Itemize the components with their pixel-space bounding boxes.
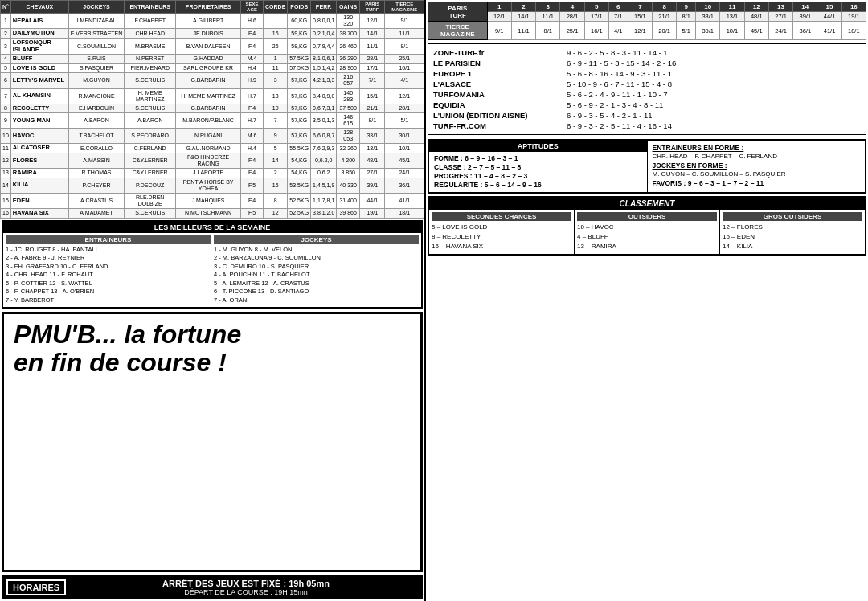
table-cell: 57,KG	[288, 129, 311, 144]
table-cell: 3	[264, 73, 288, 88]
table-cell: 59,KG	[288, 29, 311, 39]
table-cell: 44/1	[360, 193, 385, 208]
secondes-list: 5 – LOVE IS GOLD8 – RECOLETTY16 – HAVANA…	[432, 223, 571, 251]
table-cell: 5	[1, 63, 11, 73]
prono-num-header: 14	[793, 2, 817, 12]
table-cell: 4 200	[337, 153, 360, 169]
table-cell: H.7	[241, 113, 264, 129]
paris-turf-odds: 27/1	[768, 12, 792, 22]
table-cell: H.7	[241, 88, 264, 104]
tierce-odds: 5/1	[677, 22, 696, 40]
table-cell: F.4	[241, 169, 264, 178]
prono-num-header: 1	[487, 2, 511, 12]
table-cell: RENT A HORSE BY YOHEA	[176, 178, 241, 193]
prono-num-header: 12	[744, 2, 768, 12]
table-cell: H. MEME MARTINEZ	[176, 88, 241, 104]
table-cell: H. MEME MARTINEZ	[125, 88, 176, 104]
table-cell: S.CERULIS	[125, 208, 176, 218]
classement-secondes: SECONDES CHANCES 5 – LOVE IS GOLD8 – REC…	[429, 210, 575, 254]
jockeys-forme-label: JOCKEYS EN FORME :	[653, 161, 861, 170]
paris-turf-odds: 17/1	[584, 12, 608, 22]
table-cell: C&Y.LERNER	[125, 169, 176, 178]
table-cell: 13	[264, 88, 288, 104]
media-prono-row: TURFOMANIA5 - 6 - 2 - 4 - 9 - 11 - 1 - 1…	[433, 90, 861, 99]
table-cell: 52,5KG	[288, 208, 311, 218]
table-cell: N.PERRET	[125, 55, 176, 64]
paris-turf-label: PARIS TURF	[428, 2, 488, 22]
table-cell: 36 290	[337, 55, 360, 64]
table-cell: 10	[1, 129, 11, 144]
media-numbers: 5 - 6 - 9 - 2 - 1 - 3 - 4 - 8 - 11	[567, 100, 663, 109]
table-cell: 146 615	[337, 113, 360, 129]
table-cell: 9	[1, 113, 11, 129]
jockey-item: 2 - M. BARZALONA 9 - C. SOUMILLON	[214, 254, 419, 263]
gros-list: 12 – FLORES15 – EDEN14 – KILIA	[723, 223, 862, 251]
table-cell: M.BRASME	[125, 38, 176, 54]
prono-num-header: 6	[608, 2, 628, 12]
table-cell: 1,1.7,8,1	[311, 193, 337, 208]
horaires-info: ARRÊT DES JEUX EST FIXÉ : 19h 05mn DÉPAR…	[74, 579, 418, 596]
table-cell: P.DECOUZ	[125, 178, 176, 193]
paris-turf-odds: 21/1	[653, 12, 677, 22]
table-cell: 3,5.0,1,3	[311, 113, 337, 129]
table-cell: 33/1	[360, 129, 385, 144]
prono-num-header: 4	[560, 2, 584, 12]
media-numbers: 6 - 9 - 3 - 2 - 5 - 11 - 4 - 16 - 14	[567, 121, 672, 130]
horse-name: LETTY'S MARVEL	[10, 73, 68, 88]
table-cell: 57,KG	[288, 88, 311, 104]
gros-title: GROS OUTSIDERS	[723, 212, 862, 221]
table-cell: 14	[1, 178, 11, 193]
meilleurs-title: LES MEILLEURS DE LA SEMAINE	[3, 222, 421, 233]
prono-table: PARIS TURF1234567891011121314151612/114/…	[428, 2, 866, 40]
table-cell: 1,4.5,1,9	[311, 178, 337, 193]
table-cell: 2	[1, 29, 11, 39]
prono-num-header: 7	[628, 2, 652, 12]
secondes-item: 16 – HAVANA SIX	[432, 242, 571, 251]
table-cell: 7	[264, 113, 288, 129]
horaires-sub: DÉPART DE LA COURSE : 19H 15mn	[74, 588, 418, 596]
tierce-odds: 11/1	[511, 22, 535, 40]
table-cell: 12/1	[360, 14, 385, 29]
regularite-line: REGULARITE : 5 – 6 – 14 – 9 – 16	[434, 181, 642, 189]
pmu-main-text: PMU'B... la fortuneen fin de course !	[14, 321, 411, 377]
table-cell: H.9	[241, 73, 264, 88]
paris-turf-odds: 39/1	[793, 12, 817, 22]
table-cell: 52,5KG	[288, 193, 311, 208]
table-cell: H.4	[241, 63, 264, 73]
horaires-bar: HORAIRES ARRÊT DES JEUX EST FIXÉ : 19h 0…	[2, 575, 423, 599]
table-cell: I.MENDIZABAL	[68, 14, 125, 29]
media-numbers: 5 - 6 - 8 - 16 - 14 - 9 - 3 - 11 - 1	[567, 69, 672, 78]
table-cell: 8/1	[360, 113, 385, 129]
table-cell: R.THOMAS	[68, 169, 125, 178]
table-cell: 6,6.0,8,7	[311, 129, 337, 144]
table-cell: 1	[1, 14, 11, 29]
horse-name: BLUFF	[10, 55, 68, 64]
classement-outsiders: OUTSIDERS 10 – HAVOC4 – BLUFF13 – RAMIRA	[575, 210, 720, 254]
prono-num-header: 5	[584, 2, 608, 12]
table-cell: N.RUGANI	[176, 129, 241, 144]
table-cell: 57,KG	[288, 104, 311, 113]
table-cell: 54,KG	[288, 153, 311, 169]
meilleurs-body: ENTRAINEURS 1 - JC. ROUGET 8 - HA. PANTA…	[3, 233, 421, 308]
paris-turf-odds: 7/1	[608, 12, 628, 22]
table-cell: 216 057	[337, 73, 360, 88]
table-cell: 0,7.9,4,4	[311, 38, 337, 54]
table-cell: 12	[264, 208, 288, 218]
jockey-item: 3 - C. DEMURO 10 - S. PASQUIER	[214, 263, 419, 272]
table-cell: S.CERULIS	[125, 104, 176, 113]
entraineur-item: 5 - P. COTTIER 12 - S. WATTEL	[6, 280, 211, 288]
table-cell: 0,6.2,0	[311, 153, 337, 169]
table-cell: 11/1	[360, 38, 385, 54]
table-cell: 30/1	[385, 129, 424, 144]
table-cell: 12/1	[385, 88, 424, 104]
entraineurs-list: 1 - JC. ROUGET 8 - HA. PANTALL2 - A. FAB…	[6, 246, 211, 305]
table-cell: 60,KG	[288, 14, 311, 29]
table-cell: 39 865	[337, 208, 360, 218]
table-cell: A.CRASTUS	[68, 193, 125, 208]
table-cell: 11	[264, 63, 288, 73]
tierce-odds: 36/1	[793, 22, 817, 40]
table-cell: M.BARON/P.BLANC	[176, 113, 241, 129]
table-cell: 140 283	[337, 88, 360, 104]
media-numbers: 6 - 9 - 3 - 5 - 4 - 2 - 1 - 11	[567, 111, 653, 120]
table-cell: 128 053	[337, 129, 360, 144]
